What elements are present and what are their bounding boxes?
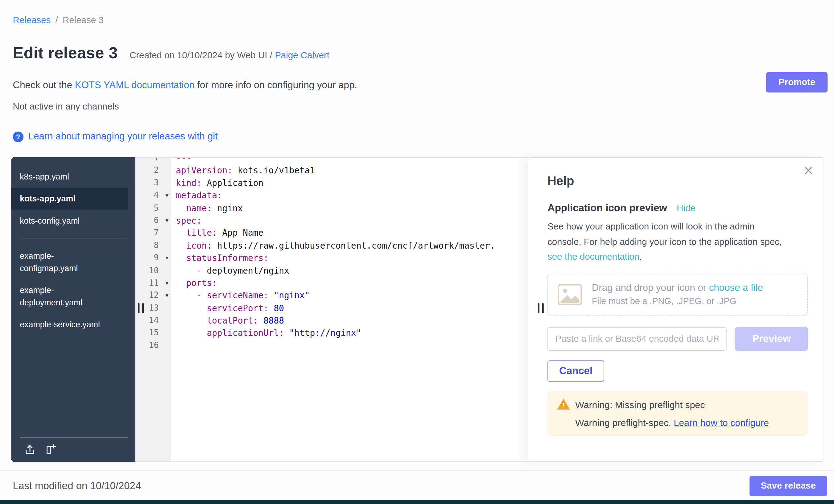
created-author-link[interactable]: Paige Calvert xyxy=(275,50,329,61)
breadcrumb: Releases / Release 3 xyxy=(13,15,104,26)
code-line: statusInformers: xyxy=(176,252,528,265)
gutter-line: 14 xyxy=(135,314,171,327)
code-line: metadata: xyxy=(176,190,528,202)
editor-gutter-lines: 1234▾56▾789▾1011▾12▾13141516 xyxy=(135,158,171,352)
icon-url-input[interactable] xyxy=(547,327,727,350)
docs-text-pre: Check out the xyxy=(13,80,72,90)
file-tree-item-example-deployment.yaml[interactable]: example-deployment.yaml xyxy=(11,279,135,313)
icon-url-row: Preview xyxy=(547,327,808,350)
learn-git-row: ? Learn about managing your releases wit… xyxy=(13,131,218,142)
upload-file-icon[interactable] xyxy=(24,444,36,456)
file-tree-divider xyxy=(20,238,127,238)
learn-git-link[interactable]: Learn about managing your releases with … xyxy=(28,131,218,142)
code-line: icon: https://raw.githubusercontent.com/… xyxy=(176,239,528,252)
preview-button[interactable]: Preview xyxy=(735,327,808,350)
file-tree-item-kots-app.yaml[interactable]: kots-app.yaml xyxy=(11,188,128,210)
learn-how-to-configure-link[interactable]: Learn how to configure xyxy=(674,417,769,428)
code-line: spec: xyxy=(176,214,528,227)
file-tree-resize-handle[interactable] xyxy=(138,303,144,313)
code-line: apiVersion: kots.io/v1beta1 xyxy=(176,165,528,177)
gutter-line: 1 xyxy=(135,158,171,164)
icon-preview-title: Application icon preview xyxy=(547,202,667,214)
fold-icon[interactable]: ▾ xyxy=(165,252,169,265)
created-text: Created on 10/10/2024 by Web UI / xyxy=(130,50,272,61)
description-line-2: console. For help adding your icon to th… xyxy=(547,235,808,249)
dropzone-text-pre: Drag and drop your icon or xyxy=(592,282,706,293)
fold-icon[interactable]: ▾ xyxy=(165,289,169,302)
icon-preview-description: See how your application icon will look … xyxy=(547,219,808,265)
code-line: --- xyxy=(176,158,528,164)
fold-icon[interactable]: ▾ xyxy=(165,277,169,290)
file-tree-item-example-service.yaml[interactable]: example-service.yaml xyxy=(11,313,135,335)
help-panel-title: Help xyxy=(547,174,808,188)
kots-yaml-docs-link[interactable]: KOTS YAML documentation xyxy=(75,80,195,90)
code-line: title: App Name xyxy=(176,227,528,240)
yaml-editor[interactable]: 1234▾56▾789▾1011▾12▾13141516 ---apiVersi… xyxy=(135,157,528,462)
footer: Last modified on 10/10/2024 Save release xyxy=(0,470,834,500)
help-panel-resize-handle[interactable] xyxy=(538,303,544,313)
save-release-button[interactable]: Save release xyxy=(749,476,827,496)
promote-button[interactable]: Promote xyxy=(766,72,828,92)
code-line: - serviceName: "nginx" xyxy=(176,289,528,302)
code-line: applicationUrl: "http://nginx" xyxy=(176,327,528,339)
code-line: kind: Application xyxy=(176,177,528,190)
gutter-line: 3 xyxy=(135,177,171,190)
gutter-line: 12▾ xyxy=(135,289,171,302)
gutter-line: 15 xyxy=(135,327,171,339)
gutter-line: 16 xyxy=(135,339,171,352)
new-file-icon[interactable] xyxy=(44,444,56,456)
warning-detail-text: Warning preflight-spec. xyxy=(575,417,671,428)
gutter-line: 7 xyxy=(135,227,171,240)
last-modified-text: Last modified on 10/10/2024 xyxy=(13,480,141,492)
description-line-3: see the documentation. xyxy=(547,249,808,265)
editor-code-area[interactable]: ---apiVersion: kots.io/v1beta1kind: Appl… xyxy=(171,158,528,461)
file-tree-sidebar: k8s-app.yamlkots-app.yamlkots-config.yam… xyxy=(11,157,135,462)
file-tree-item-example-configmap.yaml[interactable]: example-configmap.yaml xyxy=(11,245,135,279)
description-period: . xyxy=(639,252,642,262)
code-line: - deployment/nginx xyxy=(176,264,528,277)
gutter-line: 8 xyxy=(135,239,171,252)
preflight-warning-box: ! Warning: Missing preflight spec Warnin… xyxy=(547,391,808,436)
dropzone-subtext: File must be a .PNG, .JPEG, or .JPG xyxy=(592,296,763,306)
gutter-line: 2 xyxy=(135,165,171,177)
fold-icon[interactable]: ▾ xyxy=(165,190,169,202)
docs-line: Check out the KOTS YAML documentation fo… xyxy=(13,80,357,91)
gutter-line: 9▾ xyxy=(135,252,171,265)
gutter-line: 6▾ xyxy=(135,214,171,227)
file-tree-item-kots-config.yaml[interactable]: kots-config.yaml xyxy=(11,210,135,231)
hide-link[interactable]: Hide xyxy=(677,203,696,214)
page-title: Edit release 3 xyxy=(13,44,118,62)
fold-icon[interactable]: ▾ xyxy=(165,214,169,227)
file-tree-item-k8s-app.yaml[interactable]: k8s-app.yaml xyxy=(11,166,135,188)
code-line: servicePort: 80 xyxy=(176,302,528,314)
code-line: name: nginx xyxy=(176,202,528,214)
docs-text-post: for more info on configuring your app. xyxy=(197,80,357,90)
channel-status-text: Not active in any channels xyxy=(13,102,119,112)
gutter-line: 5 xyxy=(135,202,171,214)
breadcrumb-current: Release 3 xyxy=(63,15,104,25)
code-line xyxy=(176,339,528,352)
breadcrumb-separator: / xyxy=(56,15,58,25)
warning-triangle-icon: ! xyxy=(557,398,570,409)
code-line: localPort: 8888 xyxy=(176,314,528,327)
created-line: Created on 10/10/2024 by Web UI / Paige … xyxy=(130,50,329,61)
release-editor: k8s-app.yamlkots-app.yamlkots-config.yam… xyxy=(11,157,823,462)
file-name: kots-app.yaml xyxy=(20,193,75,205)
file-name: example-service.yaml xyxy=(20,318,100,330)
file-name: example-configmap.yaml xyxy=(20,249,109,274)
file-name: kots-config.yaml xyxy=(20,214,80,227)
icon-dropzone[interactable]: Drag and drop your icon or choose a file… xyxy=(547,273,808,315)
file-tree-actions xyxy=(20,437,128,462)
choose-file-link[interactable]: choose a file xyxy=(709,282,763,293)
image-placeholder-icon xyxy=(558,284,582,305)
question-circle-icon: ? xyxy=(13,131,24,142)
icon-preview-header: Application icon preview Hide xyxy=(547,202,808,214)
warning-title: Warning: Missing preflight spec xyxy=(575,399,798,410)
see-documentation-link[interactable]: see the documentation xyxy=(547,252,639,262)
breadcrumb-releases-link[interactable]: Releases xyxy=(13,15,51,25)
cancel-button[interactable]: Cancel xyxy=(547,360,604,381)
code-line: ports: xyxy=(176,277,528,290)
close-icon[interactable]: × xyxy=(804,161,813,180)
help-panel: × Help Application icon preview Hide See… xyxy=(528,157,824,462)
file-name: example-deployment.yaml xyxy=(20,284,109,308)
